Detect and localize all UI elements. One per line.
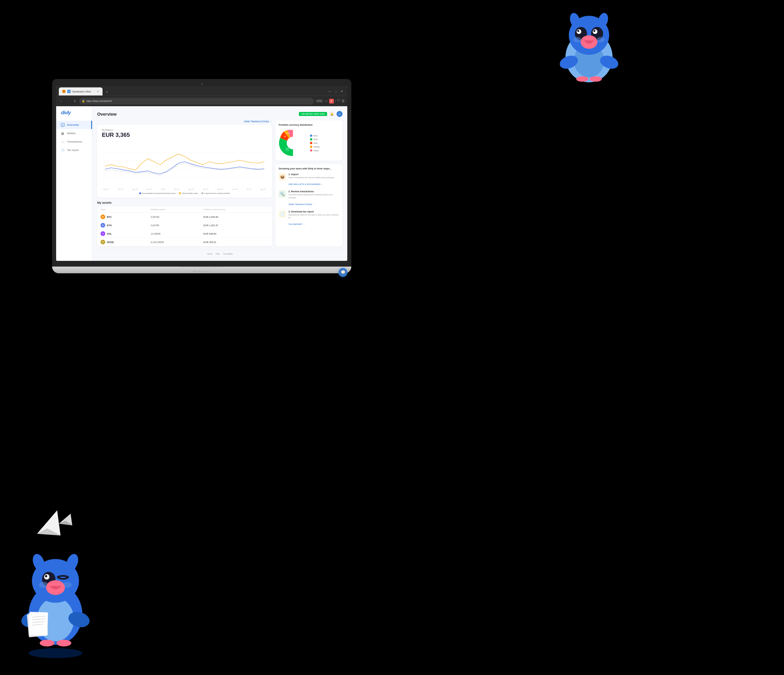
portfolio-line — [105, 154, 264, 170]
cost-basis-line — [105, 162, 264, 174]
window-close[interactable]: ✕ — [339, 89, 345, 94]
tab-title: Dashboard | Divly — [72, 90, 95, 93]
footer-faq[interactable]: FAQ — [216, 253, 220, 255]
pie-legend-item: DOGE — [310, 146, 320, 148]
legend-item-2: Cryptocurrency market portfolio — [201, 192, 230, 194]
svg-point-44 — [40, 640, 54, 646]
paper-planes — [30, 507, 77, 551]
svg-point-38 — [45, 575, 47, 577]
menu-button[interactable]: ☰ — [342, 99, 345, 103]
mascot-bottom-left — [3, 537, 107, 658]
tax-report-label: Tax report — [67, 149, 79, 152]
svg-point-21 — [577, 30, 579, 32]
toolbar-row: ← → ↻ 🔒 https://divly.com/client/#/ 67% … — [56, 95, 347, 106]
laptop-frame: d Dashboard | Divly ✕ + — □ ✕ ← → ↻ — [52, 79, 351, 281]
portfolio-card-title: Portfolio currency distribution — [279, 124, 339, 126]
steps-list: 📦 1. Import Import transactions from all… — [279, 173, 339, 226]
step-item-1: 📦 1. Import Import transactions from all… — [279, 173, 339, 186]
ext-shield[interactable]: 🛡 — [337, 99, 340, 104]
new-tab-button[interactable]: + — [103, 88, 110, 95]
assets-table-wrap: Asset Holding in asset Holding in local … — [97, 207, 272, 246]
pie-area: BTC 48.8% ETH 35.1% SOL DOGE — [279, 129, 339, 157]
ext-heart[interactable]: ♥ — [329, 99, 334, 104]
content-grid: VIEW TRANSACTIONS → My balance EUR 3,365 — [97, 120, 342, 246]
svg-point-23 — [573, 37, 581, 42]
lock-icon: 🔒 — [82, 100, 85, 103]
footer-home[interactable]: Home — [207, 253, 213, 255]
ext-download[interactable]: ↓ — [335, 99, 336, 104]
wallets-icon: ▦ — [61, 131, 65, 135]
table-row: S SOL 12.50000 EUR 248.84 — [97, 230, 272, 238]
left-column: VIEW TRANSACTIONS → My balance EUR 3,365 — [97, 120, 272, 246]
screen-bezel: d Dashboard | Divly ✕ + — □ ✕ ← → ↻ — [52, 79, 351, 267]
svg-point-22 — [593, 30, 596, 32]
back-button[interactable]: ← — [59, 98, 64, 104]
sidebar-item-transactions[interactable]: ↔ Transactions — [56, 137, 92, 146]
table-row: B BTC 0.06738 EUR 1,643.64 — [97, 213, 272, 221]
window-minimize[interactable]: — — [327, 89, 333, 94]
chart-container — [102, 141, 267, 188]
footer-tax-guides[interactable]: Tax guides — [223, 253, 233, 255]
tab-favicon-divly: d — [67, 90, 71, 93]
assets-section: My assets Asset Holding in asset Holding… — [97, 201, 272, 246]
reload-button[interactable]: ↻ — [72, 98, 78, 104]
browser-tab-active[interactable]: d Dashboard | Divly ✕ — [59, 87, 103, 95]
forward-button[interactable]: → — [65, 98, 71, 104]
step-link-0[interactable]: ADD WALLETS & EXCHANGES → — [288, 183, 324, 185]
step-link-2[interactable]: TAX REPORT → — [288, 223, 305, 225]
pie-chart-svg: BTC 48.8% ETH 35.1% SOL DOGE — [279, 129, 307, 157]
sidebar-item-tax-report[interactable]: 📄 Tax report — [56, 146, 92, 154]
window-maximize[interactable]: □ — [333, 89, 339, 94]
svg-point-45 — [56, 640, 71, 646]
svg-text:DOGE: DOGE — [286, 133, 290, 134]
chart-legend: Accumulated cost basis (Purchase price) … — [102, 192, 267, 194]
bookmark-icon[interactable]: ☆ — [325, 99, 328, 103]
balance-label: My balance — [102, 129, 267, 131]
pie-legend: BTC ETH SOL DOGE Other — [310, 134, 320, 152]
view-transactions-link[interactable]: VIEW TRANSACTIONS → — [97, 120, 272, 123]
extensions-area: ♥ ↓ 🛡 — [329, 99, 341, 104]
laptop-notch — [180, 267, 224, 270]
page-header: Overview UNLIMITED USER 2022 🔔 U — [97, 111, 342, 117]
legend-dot-2 — [201, 192, 204, 194]
tab-close-icon[interactable]: ✕ — [97, 90, 99, 93]
notification-icon[interactable]: 🔔 — [329, 111, 334, 117]
tab-favicon — [62, 90, 65, 93]
step-link-1[interactable]: VIEW TRANSACTIONS → — [288, 204, 315, 205]
svg-point-30 — [29, 648, 82, 658]
svg-point-29 — [590, 76, 602, 82]
legend-item-1: Total portfolio value — [179, 192, 198, 194]
mascot-top-right — [549, 3, 629, 84]
badge-area: UNLIMITED USER 2022 🔔 U — [299, 111, 342, 117]
unlimited-badge: UNLIMITED USER 2022 — [299, 112, 327, 116]
page-title: Overview — [97, 112, 117, 117]
pie-legend-item: SOL — [310, 142, 320, 144]
url-text: https://divly.com/client/#/ — [86, 100, 112, 102]
pie-legend-item: Other — [310, 149, 320, 152]
user-avatar[interactable]: U — [336, 111, 342, 117]
overview-icon: ⊞ — [61, 123, 65, 127]
tabs-row: d Dashboard | Divly ✕ + — □ ✕ — [56, 86, 347, 95]
svg-text:48.8%: 48.8% — [297, 143, 300, 145]
steps-card: Declaring your taxes with Divly in three… — [275, 164, 342, 246]
balance-card: My balance EUR 3,365 — [97, 125, 272, 198]
market-line — [105, 163, 264, 175]
svg-text:35.1%: 35.1% — [285, 150, 289, 151]
col-holding: Holding in asset — [147, 207, 200, 213]
camera — [201, 83, 203, 85]
sidebar: divly ⊞ Overview ▦ Wallets ↔ Transaction — [56, 106, 92, 261]
browser-window: d Dashboard | Divly ✕ + — □ ✕ ← → ↻ — [56, 86, 347, 261]
transactions-icon: ↔ — [61, 140, 65, 143]
address-bar[interactable]: 🔒 https://divly.com/client/#/ — [79, 98, 314, 104]
footer-links: Home FAQ Tax guides — [97, 250, 342, 255]
steps-card-title: Declaring your taxes with Divly in three… — [279, 167, 339, 170]
assets-title: My assets — [97, 201, 272, 204]
col-asset: Asset — [97, 207, 147, 213]
main-content: Overview UNLIMITED USER 2022 🔔 U — [92, 106, 347, 261]
sidebar-item-overview[interactable]: ⊞ Overview — [56, 121, 92, 129]
table-row: E ETH 0.82785 EUR 1,261.97 — [97, 221, 272, 230]
sidebar-item-wallets[interactable]: ▦ Wallets — [56, 129, 92, 137]
x-axis-labels: Sep '22 Oct '22 Nov '22 Dec '22 2023 Feb… — [102, 188, 267, 190]
portfolio-card: Portfolio currency distribution — [275, 120, 342, 161]
balance-amount: EUR 3,365 — [102, 132, 267, 138]
